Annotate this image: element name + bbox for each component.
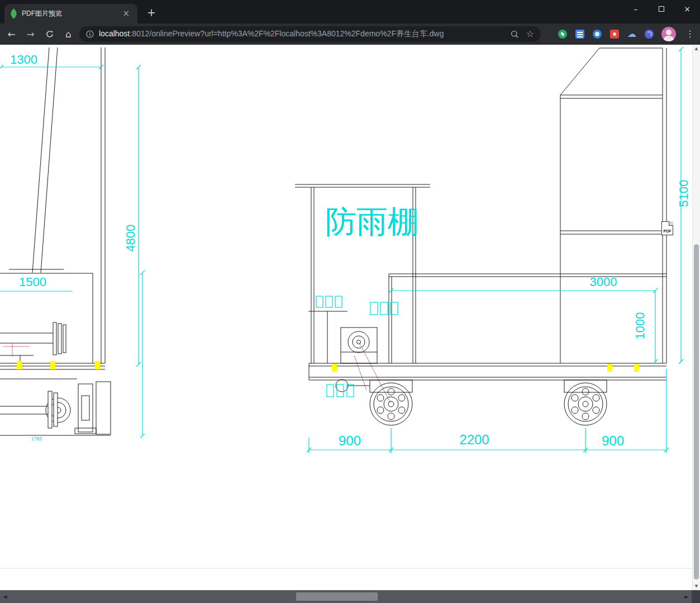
- nav-buttons: ← → ⌂: [3, 23, 77, 45]
- dim-1000: 1000: [633, 312, 647, 340]
- window-close-button[interactable]: ×: [674, 0, 700, 17]
- scroll-right-icon[interactable]: ►: [684, 590, 689, 603]
- dim-1785: 1785: [31, 436, 42, 441]
- tab-close-icon[interactable]: ×: [120, 8, 132, 19]
- url-text: localhost:8012/onlinePreview?url=http%3A…: [99, 29, 506, 39]
- omnibox-actions: ☆: [511, 30, 534, 39]
- dim-3000: 3000: [590, 275, 617, 289]
- dim-900-left: 900: [339, 433, 361, 448]
- left-elevation-view: [0, 48, 105, 369]
- dim-5100: 5100: [677, 180, 691, 207]
- dim-4800: 4800: [123, 225, 137, 252]
- zoom-icon[interactable]: [511, 30, 519, 39]
- extension-swirl-icon[interactable]: [644, 29, 654, 39]
- home-icon[interactable]: ⌂: [60, 26, 77, 42]
- dim-1500: 1500: [19, 275, 46, 289]
- platform-deck: [309, 274, 666, 392]
- extension-translate-icon[interactable]: [575, 29, 585, 39]
- tab-title: PDF图片预览: [22, 9, 116, 18]
- window-controls: – ×: [623, 0, 700, 17]
- forward-icon[interactable]: →: [22, 26, 39, 42]
- new-tab-button[interactable]: +: [144, 7, 159, 18]
- vertical-scrollbar-thumb[interactable]: [694, 244, 699, 580]
- dim-2200: 2200: [459, 432, 489, 447]
- scroll-up-icon[interactable]: ▲: [693, 46, 700, 51]
- scrollbar-corner: [692, 590, 700, 603]
- rain-shelter-label: 防雨棚: [325, 204, 419, 239]
- url-host: localhost: [99, 29, 130, 38]
- pdf-badge-text: PDF: [664, 229, 672, 233]
- right-wheel: [564, 383, 607, 425]
- browser-titlebar: PDF图片预览 × + – ×: [0, 0, 700, 23]
- right-frame-view: [560, 48, 666, 363]
- dim-1300: 1300: [10, 53, 37, 67]
- scroll-down-icon[interactable]: ▼: [693, 583, 700, 589]
- bookmark-star-icon[interactable]: ☆: [526, 30, 534, 39]
- scroll-left-icon[interactable]: ◄: [3, 590, 7, 603]
- pdf-file-icon[interactable]: PDF: [661, 221, 673, 235]
- address-bar[interactable]: localhost:8012/onlinePreview?url=http%3A…: [79, 26, 541, 42]
- maximize-icon: [659, 6, 664, 12]
- extension-cloud-icon[interactable]: ☁: [627, 29, 637, 39]
- url-path: :8012/onlinePreview?url=http%3A%2F%2Floc…: [130, 29, 444, 38]
- motor-unit: [341, 327, 377, 363]
- window-minimize-button[interactable]: –: [623, 0, 649, 17]
- site-info-icon[interactable]: [86, 30, 94, 38]
- reload-icon[interactable]: [41, 26, 58, 42]
- horizontal-scrollbar[interactable]: ◄ ►: [0, 590, 700, 603]
- browser-tab[interactable]: PDF图片预览 ×: [4, 4, 137, 23]
- tab-favicon-leaf-icon: [8, 8, 18, 18]
- extension-blue-circle-icon[interactable]: [592, 29, 602, 39]
- back-icon[interactable]: ←: [3, 26, 20, 42]
- profile-avatar[interactable]: [661, 27, 676, 41]
- cad-drawing-svg: 1300 4800 1500 5100 3000: [0, 45, 692, 590]
- browser-menu-icon[interactable]: ⋮: [683, 30, 697, 39]
- left-lower-carriage: [0, 379, 111, 435]
- extensions-cluster: ☁ ⋮: [558, 23, 697, 45]
- extension-red-icon[interactable]: [609, 29, 620, 39]
- left-wheel: [370, 383, 412, 425]
- dim-900-right: 900: [602, 433, 624, 448]
- horizontal-scrollbar-thumb[interactable]: [296, 592, 378, 601]
- cad-preview-page: 1300 4800 1500 5100 3000: [0, 45, 692, 590]
- vertical-scrollbar[interactable]: ▲ ▼: [692, 45, 700, 590]
- window-maximize-button[interactable]: [649, 0, 674, 17]
- extension-green-icon[interactable]: [558, 29, 568, 39]
